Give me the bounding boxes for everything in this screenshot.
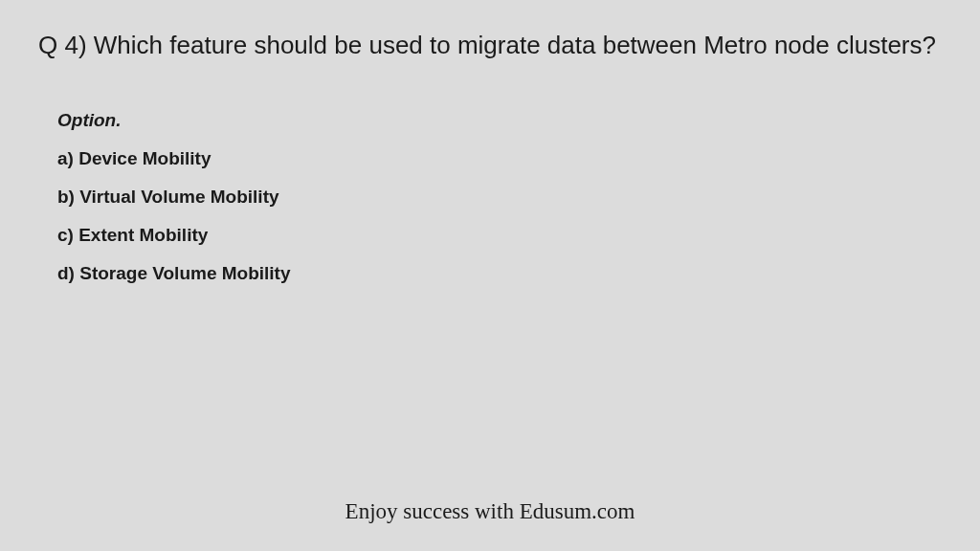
option-text: Extent Mobility (78, 225, 208, 245)
option-d: d) Storage Volume Mobility (57, 263, 942, 284)
option-a: a) Device Mobility (57, 148, 942, 169)
options-container: Option. a) Device Mobility b) Virtual Vo… (38, 110, 942, 284)
option-letter: a) (57, 148, 74, 168)
option-letter: b) (57, 187, 75, 207)
option-b: b) Virtual Volume Mobility (57, 187, 942, 208)
option-text: Device Mobility (78, 148, 211, 168)
footer-text: Enjoy success with Edusum.com (0, 499, 980, 524)
question-prefix: Q 4) (38, 31, 87, 59)
question-body: Which feature should be used to migrate … (94, 31, 936, 59)
option-letter: d) (57, 263, 75, 283)
question-container: Q 4) Which feature should be used to mig… (0, 0, 980, 284)
option-c: c) Extent Mobility (57, 225, 942, 246)
option-letter: c) (57, 225, 74, 245)
option-header: Option. (57, 110, 942, 131)
option-text: Virtual Volume Mobility (79, 187, 278, 207)
option-text: Storage Volume Mobility (79, 263, 290, 283)
question-text: Q 4) Which feature should be used to mig… (38, 29, 942, 62)
